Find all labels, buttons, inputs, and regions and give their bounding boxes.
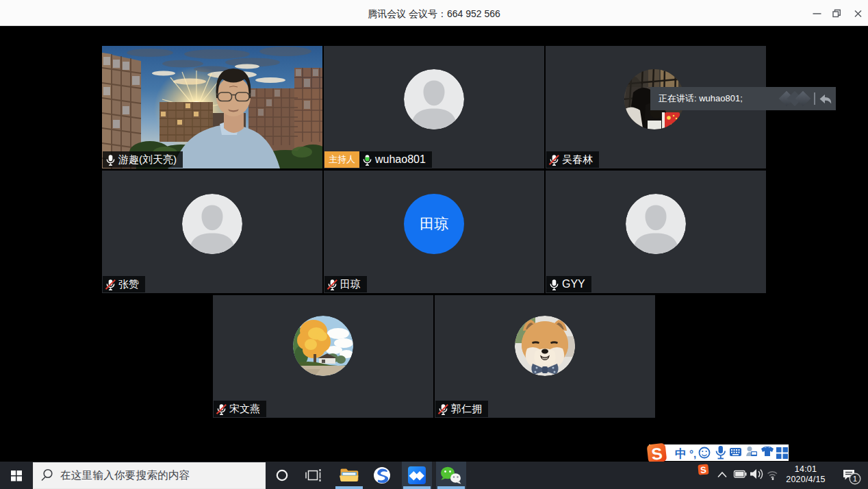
svg-text:1: 1: [853, 475, 857, 483]
svg-text:S: S: [700, 464, 707, 475]
svg-text:°,: °,: [689, 448, 696, 460]
svg-text:中: 中: [675, 447, 687, 460]
svg-text:S: S: [650, 444, 663, 464]
